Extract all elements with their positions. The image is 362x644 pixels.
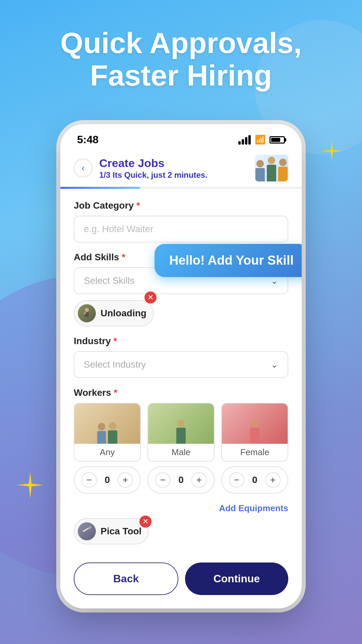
svg-point-0 xyxy=(85,308,89,312)
male-body-1 xyxy=(176,428,186,444)
job-category-label-text: Job Category xyxy=(74,200,134,211)
equipment-tag-pica-close-button[interactable]: ✕ xyxy=(139,516,152,528)
counter-male-increment-button[interactable]: + xyxy=(191,472,207,488)
worker-card-any-label: Any xyxy=(74,444,140,461)
any-body-2 xyxy=(108,430,117,444)
workers-image xyxy=(255,155,288,181)
header-title: Create Jobs xyxy=(99,157,248,170)
male-worker-illustration xyxy=(148,404,214,444)
female-fig-1 xyxy=(250,420,259,444)
chevron-down-icon: ⌄ xyxy=(271,276,278,286)
battery-fill xyxy=(271,138,280,142)
skill-tag-unloading-label: Unloading xyxy=(101,308,146,319)
header-text: Create Jobs 1/3 Its Quick, just 2 minute… xyxy=(99,157,248,180)
job-category-input[interactable] xyxy=(84,224,278,234)
signal-bar-1 xyxy=(238,141,241,145)
female-body-1 xyxy=(250,428,259,444)
progress-bar-fill xyxy=(60,187,140,189)
hero-title-line2: Faster Hiring xyxy=(20,59,342,92)
counter-any-decrement-button[interactable]: − xyxy=(81,472,97,488)
status-icons: 📶 xyxy=(238,135,285,145)
worker-card-female-image xyxy=(222,404,288,444)
any-fig-2 xyxy=(108,422,117,444)
add-skills-required: * xyxy=(119,252,125,262)
worker-body-1 xyxy=(255,168,265,181)
sparkle-top-right xyxy=(322,141,342,162)
bottom-actions: Back Continue xyxy=(60,554,302,608)
hero-title: Quick Approvals, Faster Hiring xyxy=(0,27,362,92)
skill-tag-unloading: Unloading xyxy=(74,300,154,326)
any-head-1 xyxy=(98,423,105,430)
select-industry-dropdown[interactable]: Select Industry ⌄ xyxy=(74,351,288,378)
worker-card-male[interactable]: Male xyxy=(147,403,215,462)
sparkle-bottom-left xyxy=(17,472,44,500)
workers-section: Workers * xyxy=(74,387,288,494)
battery-icon xyxy=(269,136,285,144)
back-button[interactable]: Back xyxy=(74,562,178,595)
counter-female-value: 0 xyxy=(250,475,260,485)
counter-female-increment-button[interactable]: + xyxy=(265,472,281,488)
add-equipments-link[interactable]: Add Equipments xyxy=(74,503,288,514)
workers-required: * xyxy=(111,387,118,398)
job-category-input-wrapper[interactable] xyxy=(74,216,288,243)
worker-card-male-label: Male xyxy=(148,444,214,461)
select-industry-placeholder: Select Industry xyxy=(84,359,146,370)
step-indicator: 1/3 xyxy=(99,170,110,179)
worker-fig-2 xyxy=(267,157,276,181)
add-skills-label-text: Add Skills xyxy=(74,252,119,262)
job-category-label: Job Category * xyxy=(74,200,288,211)
tooltip-bubble: Hello! Add Your Skill xyxy=(155,244,302,277)
counter-male-decrement-button[interactable]: − xyxy=(155,472,171,488)
male-fig-1 xyxy=(176,420,186,444)
equipment-tag-pica-wrapper: Pica Tool ✕ xyxy=(74,518,149,544)
hero-title-line1: Quick Approvals, xyxy=(20,27,342,59)
worker-card-male-image xyxy=(148,404,214,444)
equipment-tag-pica-icon xyxy=(78,522,96,540)
counter-any-value: 0 xyxy=(102,475,112,485)
counter-male: − 0 + xyxy=(147,466,215,494)
signal-bars xyxy=(238,135,251,145)
skill-tag-unloading-close-button[interactable]: ✕ xyxy=(144,291,157,304)
industry-label-text: Industry xyxy=(74,336,111,346)
counter-any: − 0 + xyxy=(74,466,141,494)
counter-any-increment-button[interactable]: + xyxy=(118,472,133,488)
step-subtitle: Its Quick, just 2 minutes. xyxy=(113,170,207,179)
worker-card-female[interactable]: Female xyxy=(221,403,288,462)
job-category-required: * xyxy=(134,200,140,211)
counter-row: − 0 + − 0 + − 0 + xyxy=(74,466,288,494)
male-head-1 xyxy=(177,420,185,427)
worker-card-female-label: Female xyxy=(222,444,288,461)
skill-tag-unloading-wrapper: Unloading ✕ xyxy=(74,294,154,326)
equipment-tag-pica-label: Pica Tool xyxy=(101,526,141,537)
any-fig-1 xyxy=(97,423,106,444)
any-head-2 xyxy=(109,422,116,430)
progress-bar-container xyxy=(60,187,302,189)
worker-card-any[interactable]: Any xyxy=(74,403,141,462)
worker-fig-3 xyxy=(278,159,288,181)
worker-body-3 xyxy=(278,167,288,181)
worker-head-3 xyxy=(279,159,287,166)
header-subtitle: 1/3 Its Quick, just 2 minutes. xyxy=(99,170,248,180)
select-skills-placeholder: Select Skills xyxy=(84,275,134,286)
counter-male-value: 0 xyxy=(176,475,186,485)
app-header: ‹ Create Jobs 1/3 Its Quick, just 2 minu… xyxy=(60,149,302,187)
worker-card-any-image xyxy=(74,404,140,444)
signal-bar-4 xyxy=(248,135,251,145)
workers-label: Workers * xyxy=(74,387,288,398)
industry-chevron-down-icon: ⌄ xyxy=(271,360,278,370)
female-worker-illustration xyxy=(222,404,288,444)
counter-female-decrement-button[interactable]: − xyxy=(229,472,244,488)
counter-female: − 0 + xyxy=(221,466,288,494)
workers-label-text: Workers xyxy=(74,387,111,398)
status-bar: 5:48 📶 xyxy=(60,124,302,149)
job-category-section: Job Category * xyxy=(74,200,288,243)
phone-wrapper: 5:48 📶 ‹ Create Jobs 1/3 Its Q xyxy=(60,124,302,608)
equipment-tag-pica: Pica Tool xyxy=(74,518,149,544)
continue-button[interactable]: Continue xyxy=(185,562,288,595)
skill-tag-unloading-icon xyxy=(78,304,96,322)
workers-grid: Any Male xyxy=(74,403,288,462)
worker-head-1 xyxy=(256,160,264,167)
signal-bar-2 xyxy=(242,139,244,145)
worker-head-2 xyxy=(268,157,275,164)
back-navigation-button[interactable]: ‹ xyxy=(74,159,93,177)
